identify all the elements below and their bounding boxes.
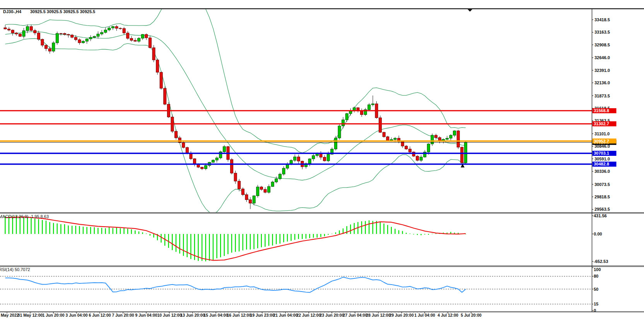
price-tick-label: 30336.0	[594, 169, 610, 174]
time-tick-label: 30 May 2022	[0, 313, 19, 317]
time-tick-label: 29 Jun 20:00	[389, 313, 413, 317]
time-tick-label: 27 Jun 04:00	[343, 313, 367, 317]
price-tick-label: 31101.0	[594, 131, 610, 136]
price-tick-label: 31873.5	[594, 94, 610, 98]
time-tick-label: 7 Jun 20:00	[112, 313, 134, 317]
price-tick-label: 29563.5	[594, 207, 610, 212]
time-tick-label: 23 Jun 20:00	[319, 313, 344, 317]
rsi-tick-label: 100	[594, 267, 601, 272]
svg-text:30482.8: 30482.8	[594, 162, 609, 166]
time-tick-label: 1 Jun 20:00	[42, 313, 64, 317]
price-tag: 30952.7	[593, 138, 617, 143]
price-tick-label: 32908.5	[594, 43, 610, 47]
macd-tick-label: 431.56	[594, 213, 607, 218]
chart-canvas[interactable]: 33418.533163.532908.532646.032391.032136…	[0, 0, 644, 319]
rsi-tick-label: 15	[594, 302, 598, 306]
time-tick-label: 4 Jul 12:00	[437, 313, 458, 317]
price-tick-label: 32646.0	[594, 55, 610, 60]
price-tick-label: 32391.0	[594, 68, 610, 73]
rsi-tick-label: 50	[594, 287, 598, 292]
svg-text:31302.7: 31302.7	[594, 121, 609, 126]
time-tick-label: 1 Jul 04:00	[414, 313, 435, 317]
price-tick-label: 30591.0	[594, 157, 610, 161]
rsi-tick-label: 80	[594, 274, 598, 278]
time-tick-label: 28 Jun 12:00	[366, 313, 390, 317]
price-tick-label: 33163.5	[594, 30, 610, 34]
chart-title: DJ30-,H430925.5 30925.5 30925.5 30925.5	[3, 9, 95, 14]
mt4-window: 新订单 自动交易	[0, 0, 644, 319]
time-tick-label: 22 Jun 12:00	[296, 313, 321, 317]
rsi-label: RSI(14) 50.7072	[0, 267, 30, 272]
price-tag: 31302.7	[593, 121, 617, 126]
time-tick-label: 13 Jun 20:00	[180, 313, 205, 317]
time-tick-label: 6 Jun 12:00	[89, 313, 111, 317]
price-tag: 31568.8	[593, 108, 617, 113]
svg-text:30952.7: 30952.7	[594, 139, 609, 143]
macd-label: MACD(12,26,9) -1.95 8.63	[0, 214, 49, 219]
svg-text:30703.1: 30703.1	[594, 151, 609, 155]
time-axis[interactable]: 30 May 202231 May 12:001 Jun 20:003 Jun …	[0, 312, 482, 317]
time-tick-label: 10 Jun 12:00	[157, 313, 181, 317]
price-tick-label: 32136.0	[594, 80, 610, 85]
price-tag: 30482.8	[593, 162, 617, 167]
time-tick-label: 5 Jul 20:00	[461, 313, 482, 317]
chart-title-ohlc: 30925.5 30925.5 30925.5 30925.5	[30, 9, 95, 14]
svg-text:31568.8: 31568.8	[594, 108, 609, 113]
time-tick-label: 16 Jun 12:00	[227, 313, 251, 317]
macd-tick-label: -652.53	[594, 259, 608, 264]
time-tick-label: 21 Jun 04:00	[273, 313, 297, 317]
price-tick-label: 33418.5	[594, 17, 610, 22]
chart-title-symbol: DJ30-,H4	[3, 9, 22, 14]
time-tick-label: 3 Jun 04:00	[65, 313, 87, 317]
time-tick-label: 19 Jun 23:00	[250, 313, 274, 317]
price-tick-label: 29818.5	[594, 194, 610, 199]
time-tick-label: 9 Jun 04:00	[135, 313, 157, 317]
time-tick-label: 15 Jun 04:00	[203, 313, 228, 317]
macd-tick-label: 0.00	[594, 232, 602, 236]
rsi-tick-label: 0	[594, 308, 596, 313]
time-tick-label: 31 May 12:00	[18, 313, 43, 317]
price-tick-label: 30073.5	[594, 182, 610, 187]
price-tag: 30703.1	[593, 151, 617, 156]
